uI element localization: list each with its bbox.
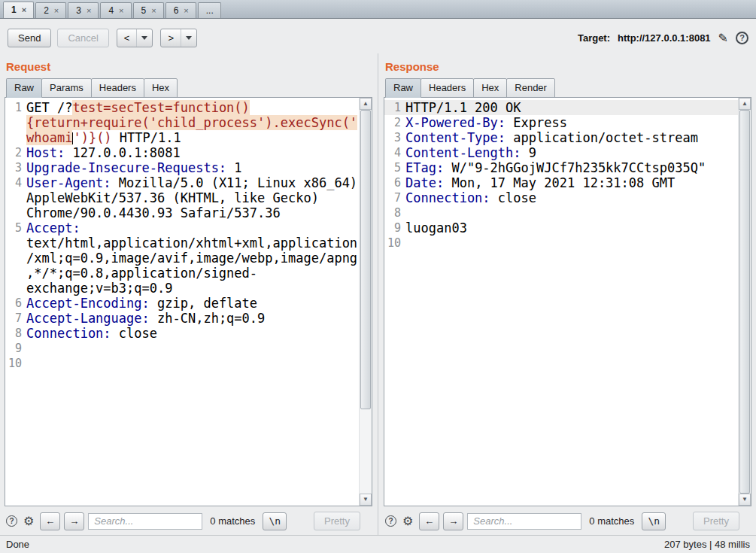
line-content[interactable]: Accept-Encoding: gzip, deflate <box>26 296 359 311</box>
request-editor[interactable]: 1GET /?test=secTest=function(){return+re… <box>5 97 372 506</box>
target-url: http://127.0.0.1:8081 <box>618 32 711 44</box>
scrollbar-thumb[interactable] <box>360 110 371 409</box>
tab-close-icon[interactable]: × <box>22 5 26 14</box>
line-content[interactable]: Content-Type: application/octet-stream <box>405 130 738 145</box>
editor-line: 8 <box>384 205 738 220</box>
line-number: 9 <box>5 341 22 356</box>
tab-close-icon[interactable]: × <box>87 6 91 15</box>
panel-divider <box>378 53 378 535</box>
request-tab-raw[interactable]: Raw <box>6 78 42 98</box>
search-next-button[interactable]: → <box>443 512 463 530</box>
tab-close-icon[interactable]: × <box>184 6 188 15</box>
editor-settings-icon[interactable]: ⚙ <box>402 514 413 528</box>
scrollbar-thumb[interactable] <box>739 110 750 494</box>
target-bar: Target: http://127.0.0.1:8081 ✎ ? <box>578 31 748 45</box>
request-panel: Request RawParamsHeadersHex 1GET /?test=… <box>5 53 372 535</box>
line-content[interactable]: Connection: close <box>405 190 738 205</box>
line-content[interactable]: X-Powered-By: Express <box>405 115 738 130</box>
line-content[interactable]: luogan03 <box>405 220 738 235</box>
line-content[interactable]: Host: 127.0.0.1:8081 <box>26 145 359 160</box>
request-tab-hex[interactable]: Hex <box>144 78 178 98</box>
code-segment: ')}() <box>73 130 111 145</box>
request-editor-lines[interactable]: 1GET /?test=secTest=function(){return+re… <box>5 98 359 506</box>
prev-request-label[interactable]: < <box>117 29 138 47</box>
line-content[interactable]: Upgrade-Insecure-Requests: 1 <box>26 160 359 175</box>
response-editor-lines[interactable]: 1HTTP/1.1 200 OK2X-Powered-By: Express3C… <box>384 98 738 506</box>
response-tab-headers[interactable]: Headers <box>421 78 474 98</box>
response-tab-raw[interactable]: Raw <box>385 78 421 98</box>
line-content[interactable]: Connection: close <box>26 326 359 341</box>
next-request-dropdown[interactable] <box>181 29 196 47</box>
prev-request-button[interactable]: < <box>117 29 153 47</box>
scroll-up-button[interactable]: ▲ <box>360 98 372 110</box>
line-number: 4 <box>384 145 401 160</box>
search-next-button[interactable]: → <box>64 512 84 530</box>
scroll-up-button[interactable]: ▲ <box>739 98 751 110</box>
tab-label: 6 <box>174 5 179 16</box>
editor-help-icon[interactable]: ? <box>6 515 17 527</box>
repeater-tab-3[interactable]: 3× <box>68 2 99 18</box>
next-request-label[interactable]: > <box>161 29 181 47</box>
toolbar: Send Cancel < > Target: http://127.0.0.1… <box>0 19 756 53</box>
repeater-tab-...[interactable]: ... <box>198 2 221 18</box>
line-number: 5 <box>5 220 22 235</box>
tab-close-icon[interactable]: × <box>119 6 123 15</box>
line-content[interactable]: Accept-Language: zh-CN,zh;q=0.9 <box>26 311 359 326</box>
cancel-button[interactable]: Cancel <box>57 29 108 47</box>
line-number: 3 <box>5 160 22 175</box>
scroll-down-button[interactable]: ▼ <box>739 494 751 506</box>
scrollbar-track[interactable] <box>739 110 751 494</box>
next-request-button[interactable]: > <box>160 29 197 47</box>
pretty-button[interactable]: Pretty <box>693 512 739 530</box>
line-content[interactable]: Accept: text/html,application/xhtml+xml,… <box>26 220 359 296</box>
dropdown-arrow-icon <box>186 36 192 40</box>
request-editor-scrollbar[interactable]: ▲ ▼ <box>359 98 372 506</box>
code-segment: Accept-Encoding: <box>26 296 150 311</box>
request-editor-tabs: RawParamsHeadersHex <box>5 78 372 97</box>
scrollbar-track[interactable] <box>360 110 372 494</box>
line-content[interactable]: HTTP/1.1 200 OK <box>405 100 738 115</box>
search-prev-button[interactable]: ← <box>40 512 60 530</box>
line-content[interactable]: GET /?test=secTest=function(){return+req… <box>26 100 359 145</box>
line-content[interactable]: Content-Length: 9 <box>405 145 738 160</box>
tab-close-icon[interactable]: × <box>54 6 59 15</box>
editor-line: 2X-Powered-By: Express <box>384 115 738 130</box>
search-input[interactable] <box>467 513 581 530</box>
request-tab-params[interactable]: Params <box>41 78 92 98</box>
send-button[interactable]: Send <box>8 29 51 47</box>
editor-line: 10 <box>384 235 738 251</box>
line-content[interactable]: Date: Mon, 17 May 2021 12:31:08 GMT <box>405 175 738 190</box>
response-stats: 207 bytes | 48 millis <box>664 539 750 550</box>
response-editor[interactable]: 1HTTP/1.1 200 OK2X-Powered-By: Express3C… <box>384 97 751 506</box>
response-editor-scrollbar[interactable]: ▲ ▼ <box>738 98 751 506</box>
repeater-tab-1[interactable]: 1× <box>3 2 34 18</box>
arrow-right-icon: → <box>69 515 79 527</box>
search-prev-button[interactable]: ← <box>419 512 439 530</box>
line-number: 8 <box>384 205 401 220</box>
response-tab-hex[interactable]: Hex <box>473 78 507 98</box>
request-tab-headers[interactable]: Headers <box>91 78 144 98</box>
code-segment: 9 <box>521 145 536 160</box>
repeater-tab-2[interactable]: 2× <box>35 2 66 18</box>
repeater-tab-4[interactable]: 4× <box>100 2 131 18</box>
tab-close-icon[interactable]: × <box>151 6 156 15</box>
repeater-tab-6[interactable]: 6× <box>165 2 196 18</box>
help-icon[interactable]: ? <box>736 32 748 44</box>
line-number: 10 <box>5 356 22 371</box>
regex-newline-button[interactable]: \n <box>263 512 287 530</box>
editor-help-icon[interactable]: ? <box>385 515 396 527</box>
regex-newline-button[interactable]: \n <box>642 512 666 530</box>
line-number: 7 <box>384 190 401 205</box>
pretty-button[interactable]: Pretty <box>314 512 360 530</box>
scroll-down-button[interactable]: ▼ <box>360 494 372 506</box>
edit-target-icon[interactable]: ✎ <box>718 31 728 45</box>
line-content[interactable]: ETag: W/"9-2hGGojWJCf7h235kk7CCtsp035Q" <box>405 160 738 175</box>
response-tab-render[interactable]: Render <box>506 78 555 98</box>
line-number: 2 <box>5 145 22 160</box>
search-input[interactable] <box>88 513 202 530</box>
editor-line: 7Connection: close <box>384 190 738 205</box>
prev-request-dropdown[interactable] <box>137 29 152 47</box>
repeater-tab-5[interactable]: 5× <box>133 2 164 18</box>
line-content[interactable]: User-Agent: Mozilla/5.0 (X11; Linux x86_… <box>26 175 359 220</box>
editor-settings-icon[interactable]: ⚙ <box>23 514 34 528</box>
